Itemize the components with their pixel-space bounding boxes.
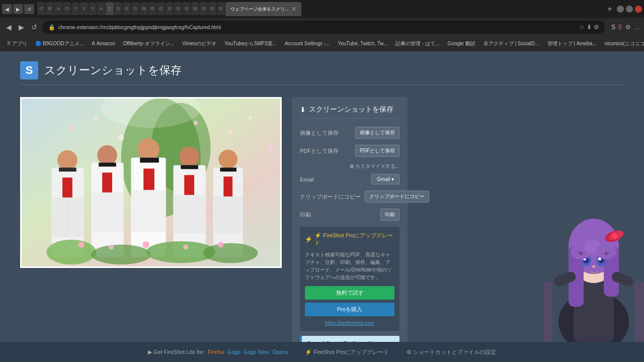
svg-point-38 bbox=[46, 240, 96, 264]
tab-mini-6[interactable]: V bbox=[80, 2, 88, 15]
firefox-link[interactable]: Firefox bbox=[208, 349, 225, 355]
tab-mini-5[interactable]: Y bbox=[71, 2, 79, 15]
svg-rect-22 bbox=[91, 193, 123, 232]
refresh-icon[interactable]: ↺ bbox=[29, 22, 39, 32]
tab-mini-13[interactable]: W bbox=[140, 2, 148, 15]
extension-icon-4[interactable]: … bbox=[634, 24, 640, 31]
download-icon[interactable]: ⬇ bbox=[587, 24, 592, 31]
svg-point-46 bbox=[217, 242, 223, 248]
tab-mini-19[interactable]: W bbox=[191, 2, 199, 15]
edge-link[interactable]: Edge bbox=[228, 349, 241, 355]
address-bar[interactable]: 🔒 chrome-extension://mcbpblocgmgfnpjjppn… bbox=[42, 21, 605, 34]
tab-mini-16[interactable]: G bbox=[166, 2, 174, 15]
upgrade-footer-section: ⚡ FireShot Proにアップグレード bbox=[305, 348, 389, 356]
bookmark-8[interactable]: 記事の管理 - はて... bbox=[392, 39, 442, 48]
tab-mini-15[interactable]: G bbox=[157, 2, 165, 15]
browser-window: ◀ ▶ ↺ ↺ B A O Y V Y A S G G G W B G G G … bbox=[0, 0, 644, 51]
refresh-btn[interactable]: ↺ bbox=[24, 4, 34, 14]
new-tab-btn[interactable]: + bbox=[604, 3, 616, 15]
tab-mini-18[interactable]: G bbox=[183, 2, 191, 15]
settings-icon[interactable]: ⚙ bbox=[594, 24, 599, 31]
tab-mini-10[interactable]: G bbox=[114, 2, 122, 15]
extension-icon-3[interactable]: ⚙ bbox=[625, 24, 631, 31]
tab-mini-14[interactable]: B bbox=[148, 2, 156, 15]
svg-point-10 bbox=[267, 145, 273, 151]
bookmark-apps[interactable]: ⠿ アプリ bbox=[4, 39, 30, 48]
maximize-btn[interactable]: □ bbox=[626, 6, 633, 13]
bookmark-7[interactable]: YouTube, Twitch, Tw... bbox=[335, 40, 390, 47]
bookmark-6[interactable]: Account Settings -... bbox=[282, 40, 333, 47]
tab-mini-4[interactable]: O bbox=[63, 2, 71, 15]
tab-mini-9[interactable]: S bbox=[106, 2, 114, 15]
tab-mini-1[interactable]: ↺ bbox=[37, 2, 45, 15]
anime-char-svg bbox=[543, 181, 644, 342]
tab-mini-21[interactable]: G bbox=[208, 2, 216, 15]
email-button[interactable]: Gmail ▾ bbox=[371, 174, 399, 185]
tab-mini-8[interactable]: A bbox=[97, 2, 105, 15]
svg-point-42 bbox=[78, 242, 85, 248]
bookmark-1[interactable]: 🔵 B9GOODアニメ... bbox=[32, 39, 87, 48]
print-row: 印刷 印刷 bbox=[300, 209, 399, 221]
clipboard-btn-text: クリップボードにコピー bbox=[369, 193, 425, 200]
bookmark-4[interactable]: Vimeoのビデオ bbox=[179, 39, 219, 48]
bookmark-11[interactable]: 管理トップ | Ameba... bbox=[544, 39, 600, 48]
bookmark-3[interactable]: Offliberty-オフライン... bbox=[120, 39, 177, 48]
star-icon[interactable]: ☆ bbox=[579, 24, 585, 31]
svg-point-29 bbox=[179, 147, 199, 167]
email-label: Email bbox=[300, 176, 314, 183]
close-btn[interactable]: ✕ bbox=[635, 6, 642, 13]
svg-rect-14 bbox=[59, 167, 76, 171]
free-trial-button[interactable]: 無料で試す bbox=[305, 286, 394, 300]
bookmark-2[interactable]: A Amazon bbox=[89, 40, 118, 47]
fireshot-website-link[interactable]: https://getfireshot.com bbox=[305, 320, 394, 326]
save-image-button[interactable]: 画像として保存 bbox=[355, 127, 399, 139]
tab-mini-2[interactable]: B bbox=[46, 2, 54, 15]
tab-mini-17[interactable]: G bbox=[174, 2, 182, 15]
bookmarks-bar: ⠿ アプリ 🔵 B9GOODアニメ... A Amazon Offliberty… bbox=[0, 36, 644, 51]
svg-point-6 bbox=[194, 121, 198, 125]
clipboard-button[interactable]: クリップボードにコピー bbox=[365, 191, 429, 203]
tab-mini-22[interactable]: G bbox=[217, 2, 225, 15]
forward-btn[interactable]: ▶ bbox=[13, 4, 23, 14]
buy-pro-button[interactable]: Proを購入 bbox=[305, 303, 394, 316]
bookmark-11-label: 管理トップ | Ameba... bbox=[547, 40, 597, 47]
window-controls: — □ ✕ bbox=[617, 6, 642, 13]
bookmark-12[interactable]: niconico(ニコニコ) bbox=[602, 39, 644, 48]
bookmark-5[interactable]: YouTubeから5MP3変... bbox=[221, 39, 280, 48]
forward-icon[interactable]: ▶ bbox=[17, 22, 26, 32]
bookmark-2-icon: A bbox=[92, 41, 95, 46]
active-tab[interactable]: ウェブページ全体をスクリ... ✕ bbox=[225, 2, 301, 16]
tab-mini-11[interactable]: G bbox=[123, 2, 131, 15]
bookmark-1-icon: 🔵 bbox=[35, 41, 41, 46]
address-bar-row: ◀ ▶ ↺ 🔒 chrome-extension://mcbpblocgmgfn… bbox=[0, 18, 644, 36]
content-area: ⬇ スクリーンショットを保存 画像として保存 画像として保存 PDFとして保存 … bbox=[20, 97, 624, 362]
lightning-icon: ⚡ bbox=[305, 236, 312, 243]
tab-mini-3[interactable]: A bbox=[54, 2, 62, 15]
footer-divider-2: | bbox=[397, 349, 398, 355]
bookmark-10[interactable]: 非アクティブ | SocialD... bbox=[480, 39, 542, 48]
extension-icon-1[interactable]: S bbox=[611, 24, 615, 31]
clipboard-row: クリップボードにコピー クリップボードにコピー bbox=[300, 191, 399, 203]
customize-link[interactable]: ✿ カスタマイズする... bbox=[300, 163, 399, 170]
tab-mini-7[interactable]: Y bbox=[89, 2, 97, 15]
anime-character bbox=[543, 181, 644, 342]
save-pdf-button[interactable]: PDFとして保存 bbox=[355, 145, 399, 157]
back-icon[interactable]: ◀ bbox=[4, 22, 14, 32]
upgrade-title-text: ⚡ FireShot Proにアップグレード bbox=[314, 232, 394, 247]
save-image-label: 画像として保存 bbox=[300, 129, 339, 137]
opera-link[interactable]: Opera bbox=[272, 349, 288, 355]
tab-mini-12[interactable]: G bbox=[131, 2, 139, 15]
bookmark-2-label: Amazon bbox=[97, 41, 115, 46]
svg-point-64 bbox=[592, 265, 595, 267]
bookmark-9[interactable]: Google 翻訳 bbox=[445, 39, 478, 48]
edge-new-link[interactable]: Edge New bbox=[244, 349, 269, 355]
tab-mini-20[interactable]: B bbox=[200, 2, 208, 15]
tab-close-btn[interactable]: ✕ bbox=[291, 6, 296, 13]
upgrade-title: ⚡ ⚡ FireShot Proにアップグレード bbox=[305, 232, 394, 247]
back-btn[interactable]: ◀ bbox=[2, 4, 12, 14]
print-button[interactable]: 印刷 bbox=[380, 209, 399, 221]
bookmark-9-label: Google 翻訳 bbox=[448, 40, 475, 47]
svg-point-8 bbox=[249, 117, 252, 120]
extension-icon-2[interactable]: E bbox=[618, 24, 622, 31]
minimize-btn[interactable]: — bbox=[617, 6, 624, 13]
